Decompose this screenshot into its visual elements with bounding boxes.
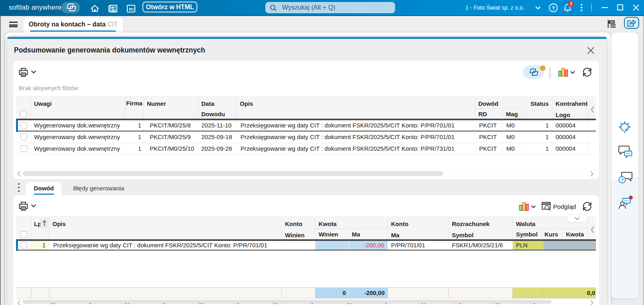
svg-text:BC: BC — [129, 7, 134, 11]
svg-text:?: ? — [552, 5, 555, 11]
svg-text:?: ? — [621, 178, 624, 182]
